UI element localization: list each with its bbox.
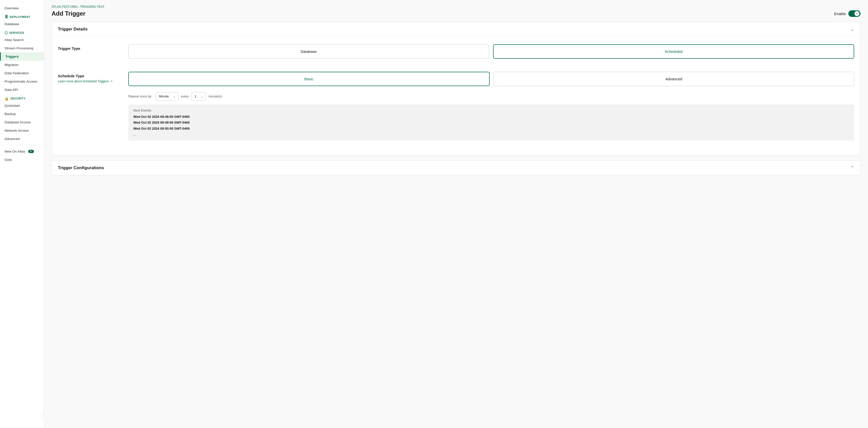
trigger-type-buttons: Database Scheduled <box>128 44 854 59</box>
schedule-type-controls: Basic Advanced Repeat once by: Minute ⌄ … <box>128 72 854 141</box>
trigger-type-row: Trigger Type Database Scheduled <box>58 44 854 65</box>
sidebar-item-new-on-atlas[interactable]: New On Atlas 9+ <box>0 147 44 155</box>
external-link-icon: ↗ <box>110 80 113 83</box>
next-events-ellipsis: ... <box>133 133 849 137</box>
sidebar-overview-label: Overview <box>4 6 19 10</box>
repeat-row: Repeat once by: Minute ⌄ every 1 <box>128 92 854 101</box>
sidebar-item-data-api[interactable]: Data API <box>0 86 44 94</box>
trigger-configurations-title: Trigger Configurations <box>58 165 104 170</box>
sidebar-item-database-access[interactable]: Database Access <box>0 118 44 126</box>
page-title: Add Trigger <box>52 10 86 17</box>
sidebar-section-services: ⬡ SERVICES <box>0 28 44 36</box>
sidebar-divider <box>0 145 44 145</box>
trigger-type-label: Trigger Type <box>58 46 128 51</box>
trigger-details-card: Trigger Details ⌄ Trigger Type Database … <box>52 22 861 155</box>
sidebar-item-quickstart[interactable]: Quickstart <box>0 102 44 110</box>
sidebar-item-data-federation[interactable]: Data Federation <box>0 69 44 77</box>
next-event-1: Wed Oct 02 2024 09:48:00 GMT-0400 <box>133 114 849 120</box>
next-event-2: Wed Oct 02 2024 09:49:00 GMT-0400 <box>133 120 849 125</box>
sidebar-item-stream-processing[interactable]: Stream Processing <box>0 44 44 52</box>
minute-select-wrap: Minute ⌄ <box>156 92 178 101</box>
learn-more-link[interactable]: Learn more about Scheduled Triggers. ↗ <box>58 80 128 83</box>
sidebar-item-overview[interactable]: Overview <box>0 4 44 12</box>
breadcrumb-app[interactable]: TRIGGERS-TEST <box>80 5 104 8</box>
next-events-title: Next Events: <box>133 109 849 112</box>
trigger-details-title: Trigger Details <box>58 27 88 32</box>
interval-select-wrap: 1 ⌄ <box>191 92 206 101</box>
trigger-configurations-card-header[interactable]: Trigger Configurations ⌃ <box>52 161 860 175</box>
next-event-3: Wed Oct 02 2024 09:50:00 GMT-0400 <box>133 125 849 132</box>
sidebar-item-atlas-search[interactable]: Atlas Search <box>0 36 44 44</box>
security-icon: 🔒 <box>4 96 9 101</box>
interval-select[interactable]: 1 <box>191 92 206 101</box>
minute-select[interactable]: Minute <box>156 92 178 101</box>
every-label: every <box>181 94 189 98</box>
schedule-type-label-col: Schedule Type Learn more about Scheduled… <box>58 72 128 83</box>
sidebar: Overview 🗄 DEPLOYMENT Database ⬡ SERVICE… <box>0 0 44 428</box>
deployment-icon: 🗄 <box>4 15 8 19</box>
main-content: ATLAS-TEST-ORG › TRIGGERS-TEST Add Trigg… <box>44 0 868 428</box>
sidebar-collapse-button[interactable]: ‹ <box>40 411 44 418</box>
sidebar-item-programmatic-access[interactable]: Programmatic Access <box>0 77 44 86</box>
learn-more-anchor[interactable]: Learn more about Scheduled Triggers. <box>58 80 110 83</box>
sidebar-item-network-access[interactable]: Network Access <box>0 126 44 135</box>
page-header: Add Trigger Enable <box>52 10 861 17</box>
schedule-type-label: Schedule Type <box>58 74 128 78</box>
trigger-configurations-card: Trigger Configurations ⌃ <box>52 161 861 175</box>
trigger-type-controls: Database Scheduled <box>128 44 854 65</box>
trigger-type-label-col: Trigger Type <box>58 44 128 51</box>
enable-label: Enable <box>834 11 846 16</box>
next-events-box: Next Events: Wed Oct 02 2024 09:48:00 GM… <box>128 105 854 141</box>
services-icon: ⬡ <box>4 31 8 35</box>
sidebar-section-security: 🔒 SECURITY <box>0 94 44 102</box>
breadcrumb-org[interactable]: ATLAS-TEST-ORG <box>52 5 77 8</box>
enable-section: Enable <box>834 10 861 17</box>
enable-toggle[interactable] <box>848 10 861 17</box>
sidebar-item-backup[interactable]: Backup <box>0 110 44 118</box>
trigger-details-chevron-down-icon: ⌄ <box>850 26 854 32</box>
sidebar-item-advanced[interactable]: Advanced <box>0 135 44 143</box>
breadcrumb: ATLAS-TEST-ORG › TRIGGERS-TEST <box>52 5 861 8</box>
trigger-configurations-chevron-up-icon: ⌃ <box>850 165 854 171</box>
sidebar-item-goto[interactable]: Goto <box>0 155 44 164</box>
schedule-type-basic-button[interactable]: Basic <box>128 72 490 86</box>
trigger-details-body: Trigger Type Database Scheduled Schedule… <box>52 37 860 155</box>
trigger-type-scheduled-button[interactable]: Scheduled <box>493 44 855 59</box>
sidebar-item-migration[interactable]: Migration <box>0 61 44 69</box>
schedule-type-advanced-button[interactable]: Advanced <box>494 72 855 86</box>
trigger-type-database-button[interactable]: Database <box>128 44 489 59</box>
sidebar-item-triggers[interactable]: Triggers <box>0 52 44 61</box>
trigger-details-card-header[interactable]: Trigger Details ⌄ <box>52 22 860 37</box>
schedule-type-row: Schedule Type Learn more about Scheduled… <box>58 72 854 141</box>
sidebar-item-database[interactable]: Database <box>0 20 44 28</box>
sidebar-section-deployment: 🗄 DEPLOYMENT <box>0 12 44 20</box>
repeat-label: Repeat once by: <box>128 94 152 98</box>
new-on-atlas-badge: 9+ <box>28 150 34 153</box>
schedule-type-buttons: Basic Advanced <box>128 72 854 86</box>
unit-label: minute(s) <box>208 94 222 98</box>
